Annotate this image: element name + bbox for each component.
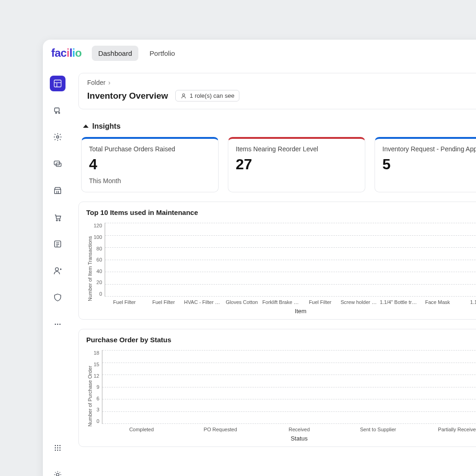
plot-area bbox=[105, 223, 476, 297]
x-tick-label: Sent to Supplier bbox=[339, 427, 417, 432]
x-tick-label: PO Requested bbox=[181, 427, 260, 432]
svg-point-32 bbox=[59, 450, 60, 451]
rail-cart[interactable] bbox=[50, 209, 65, 225]
brand-logo: facilio bbox=[51, 47, 82, 60]
x-tick-label: Received bbox=[260, 427, 339, 432]
svg-point-22 bbox=[57, 324, 58, 325]
x-axis-label: Item bbox=[105, 308, 476, 315]
x-tick-label: Fuel Filter bbox=[105, 299, 144, 305]
visibility-chip[interactable]: 1 role(s) can see bbox=[175, 90, 239, 101]
page-header: Folder › Inventory Overview 1 role(s) ca… bbox=[78, 73, 476, 109]
kpi-title: Total Purchase Orders Raised bbox=[89, 145, 211, 153]
x-labels: CompletedPO RequestedReceivedSent to Sup… bbox=[102, 427, 476, 432]
x-tick-label: Gloves Cotton bbox=[222, 299, 262, 305]
x-tick-label: Fuel Filter bbox=[301, 299, 340, 305]
kpi-card[interactable]: Inventory Request - Pending Approval5 bbox=[375, 137, 476, 192]
svg-point-27 bbox=[54, 447, 56, 449]
app-window: facilio Dashboard Portfolio Folder › bbox=[43, 40, 476, 476]
tab-portfolio[interactable]: Portfolio bbox=[143, 46, 181, 61]
side-rail bbox=[43, 66, 72, 476]
person-icon bbox=[180, 93, 187, 99]
x-tick-label: HVAC - Filter R… bbox=[183, 299, 222, 305]
y-axis-label: Number of Purchase Order bbox=[86, 350, 94, 442]
svg-point-12 bbox=[56, 220, 58, 221]
svg-rect-3 bbox=[54, 108, 59, 112]
plot-area bbox=[102, 350, 476, 424]
chart-top-items: Top 10 Items used in Maintenance Number … bbox=[78, 202, 476, 320]
svg-rect-0 bbox=[54, 80, 61, 87]
svg-point-18 bbox=[55, 268, 59, 271]
breadcrumb[interactable]: Folder › bbox=[87, 79, 476, 86]
rail-apps[interactable] bbox=[50, 440, 65, 456]
svg-point-5 bbox=[59, 113, 60, 114]
rail-user[interactable] bbox=[50, 263, 65, 279]
breadcrumb-label: Folder bbox=[87, 79, 106, 86]
svg-point-34 bbox=[183, 94, 185, 96]
tab-dashboard[interactable]: Dashboard bbox=[92, 46, 138, 61]
y-ticks: 120100806040200 bbox=[94, 223, 105, 297]
rail-list[interactable] bbox=[50, 236, 65, 252]
x-labels: Fuel FilterFuel FilterHVAC - Filter R…Gl… bbox=[105, 299, 476, 305]
x-tick-label: 1.1/4" Bottle trap bbox=[379, 299, 418, 305]
kpi-card[interactable]: Total Purchase Orders Raised4This Month bbox=[81, 137, 219, 192]
caret-up-icon bbox=[83, 125, 89, 128]
rail-store[interactable] bbox=[50, 183, 65, 198]
top-bar: facilio Dashboard Portfolio bbox=[43, 40, 476, 66]
rail-dashboard[interactable] bbox=[50, 76, 65, 91]
kpi-title: Inventory Request - Pending Approval bbox=[382, 145, 476, 153]
rail-orders[interactable] bbox=[50, 102, 65, 118]
kpi-subtitle: This Month bbox=[89, 177, 211, 184]
svg-point-23 bbox=[59, 324, 60, 325]
insights-label: Insights bbox=[92, 122, 120, 131]
svg-rect-9 bbox=[54, 190, 60, 194]
svg-point-6 bbox=[56, 136, 59, 138]
x-tick-label: Face Mask bbox=[418, 299, 457, 305]
svg-point-33 bbox=[56, 473, 59, 476]
main-panel: Folder › Inventory Overview 1 role(s) ca… bbox=[72, 66, 476, 476]
insights-toggle[interactable]: Insights bbox=[83, 122, 476, 131]
insights-section: Insights Total Purchase Orders Raised4Th… bbox=[78, 109, 476, 192]
svg-point-13 bbox=[59, 220, 60, 221]
rail-settings[interactable] bbox=[50, 467, 65, 476]
rail-shield[interactable] bbox=[50, 290, 65, 305]
x-tick-label: Completed bbox=[102, 427, 181, 432]
svg-point-30 bbox=[54, 450, 56, 451]
page-title: Inventory Overview bbox=[87, 91, 168, 101]
x-tick-label: 1.1/4" bbox=[457, 299, 476, 305]
x-tick-label: Fuel Filter bbox=[144, 299, 183, 305]
chevron-right-icon: › bbox=[108, 79, 111, 86]
svg-point-29 bbox=[59, 447, 60, 449]
svg-point-24 bbox=[54, 445, 56, 446]
chart-po-status: Purchase Order by Status Number of Purch… bbox=[78, 329, 476, 447]
x-tick-label: Partially Receive bbox=[417, 427, 476, 432]
chart-title: Purchase Order by Status bbox=[86, 336, 476, 344]
svg-point-26 bbox=[59, 445, 60, 446]
svg-point-21 bbox=[54, 324, 56, 325]
x-tick-label: Screw holder si… bbox=[340, 299, 379, 305]
svg-point-31 bbox=[57, 450, 58, 451]
visibility-chip-label: 1 role(s) can see bbox=[190, 92, 234, 99]
kpi-value: 27 bbox=[236, 156, 357, 173]
x-tick-label: Forklift Brake R… bbox=[262, 299, 301, 305]
nav-tabs: Dashboard Portfolio bbox=[92, 46, 181, 61]
kpi-row: Total Purchase Orders Raised4This MonthI… bbox=[81, 137, 476, 192]
kpi-value: 4 bbox=[89, 156, 211, 173]
rail-chat[interactable] bbox=[50, 156, 65, 172]
rail-config[interactable] bbox=[50, 129, 65, 145]
rail-more[interactable] bbox=[50, 316, 65, 332]
svg-point-28 bbox=[57, 447, 58, 449]
y-ticks: 1815129630 bbox=[94, 350, 102, 424]
kpi-value: 5 bbox=[382, 156, 476, 173]
svg-point-4 bbox=[55, 113, 57, 114]
kpi-card[interactable]: Items Nearing Reorder Level27 bbox=[228, 137, 365, 192]
kpi-title: Items Nearing Reorder Level bbox=[236, 145, 357, 153]
svg-point-25 bbox=[57, 445, 58, 446]
chart-title: Top 10 Items used in Maintenance bbox=[86, 208, 476, 216]
x-axis-label: Status bbox=[102, 435, 476, 442]
y-axis-label: Number of Item Transactions bbox=[86, 223, 94, 315]
